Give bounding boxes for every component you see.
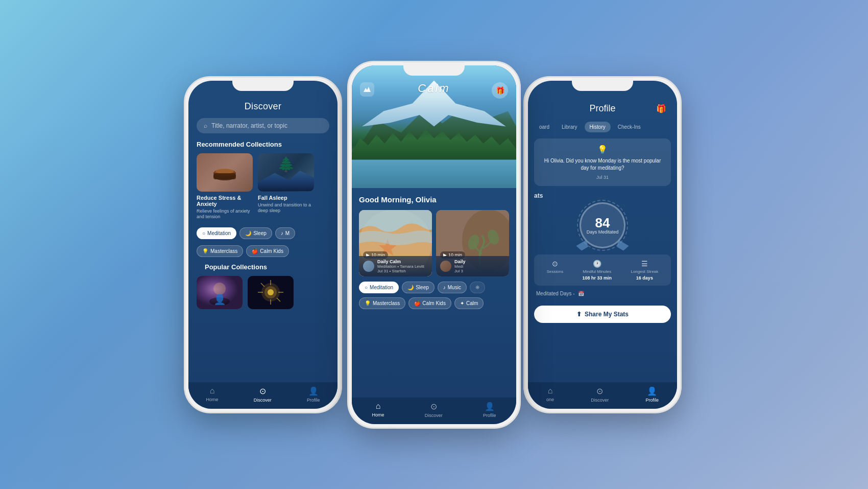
tip-date: Jul 31 [596, 175, 609, 180]
popular-card-1[interactable]: 👤 [197, 276, 243, 309]
notch-right [572, 78, 633, 91]
home-pill-calm2[interactable]: ✦ Calm [454, 297, 484, 309]
home-music-icon: ♪ [443, 285, 446, 290]
home-calmkids-label: Calm Kids [422, 300, 446, 306]
collection-card-stress[interactable]: Reduce Stress & Anxiety Relieve feelings… [197, 153, 253, 220]
popular-title: Popular Collections [197, 263, 329, 276]
discover-title: Discover [245, 101, 281, 111]
days-number: 84 [595, 216, 610, 229]
profile-nav-label-center: Profile [483, 413, 496, 418]
home-pill-meditation[interactable]: ○ Meditation [359, 282, 399, 293]
tab-history-label: History [590, 124, 606, 130]
tab-checkins-label: Check-Ins [618, 124, 641, 130]
meditated-days-row: Meditated Days - 📅 [534, 291, 671, 296]
pill-sleep[interactable]: 🌙 Sleep [239, 227, 272, 239]
session-1-title: Daily Calm [377, 259, 428, 264]
profile-tabs: oard Library History Check-Ins [528, 122, 677, 138]
category-pills-2: 💡 Masterclass 🍎 Calm Kids [188, 245, 337, 263]
home-pill-masterclass-2[interactable]: 💡 Masterclass [359, 297, 405, 309]
nav-discover-left[interactable]: ⊙ Discover [254, 386, 272, 403]
meditation-icon: ○ [202, 230, 205, 236]
profile-nav-icon-right: 👤 [647, 386, 657, 396]
session-2-date: Jul 3 [454, 269, 505, 273]
home-nav-bar: ⌂ Home ⊙ Discover 👤 Profile [352, 398, 516, 424]
popular-card-2[interactable] [248, 276, 294, 309]
collection-card-sleep[interactable]: 🌲 Fall Asleep Unwind and transition to a… [258, 153, 314, 220]
streak-icon: ☰ [641, 260, 648, 268]
lake [352, 157, 516, 188]
popular-img-1-svg: 👤 [197, 276, 243, 309]
calendar-icon: 📅 [578, 291, 584, 296]
home-pills-row1: ○ Meditation 🌙 Sleep ♪ Music ❋ [359, 282, 509, 293]
tab-library[interactable]: Library [557, 122, 583, 132]
pill-meditation-label: Meditation [207, 230, 231, 236]
streak-value: 16 days [636, 275, 653, 281]
session-2-text: Daily Medi Jul 3 [454, 259, 505, 273]
greeting-text: Good Morning, Olivia [359, 195, 509, 204]
meditated-days-text: Meditated Days - [536, 291, 575, 296]
home-calmkids-icon: 🍎 [414, 300, 420, 306]
nav-home-left[interactable]: ⌂ Home [206, 386, 219, 402]
days-meditated-badge: 84 Days Meditated [580, 202, 625, 248]
home-pill-calm[interactable]: ❋ [470, 282, 485, 293]
pill-meditation[interactable]: ○ Meditation [197, 227, 236, 239]
recommended-title: Recommended Collections [188, 141, 337, 153]
pill-music[interactable]: ♪ M [275, 227, 295, 239]
home-nav-icon: ⌂ [210, 386, 215, 395]
home-screen: Calm 🎁 Good Morning, Olivia [352, 65, 516, 424]
home-sleep-label: Sleep [416, 285, 429, 290]
nav-discover-center[interactable]: ⊙ Discover [425, 402, 443, 418]
discover-search-bar[interactable]: ⌕ Title, narrator, artist, or topic [197, 118, 329, 133]
nav-profile-right[interactable]: 👤 Profile [645, 386, 659, 403]
mountains-svg [364, 87, 371, 92]
share-icon: ⬆ [576, 311, 582, 318]
profile-nav-label-right: Profile [645, 398, 659, 403]
home-pill-sleep[interactable]: 🌙 Sleep [402, 282, 435, 293]
session-2-info: Daily Medi Jul 3 [436, 256, 509, 276]
pill-calmkids[interactable]: 🍎 Calm Kids [246, 245, 289, 257]
tip-card: 💡 Hi Olivia. Did you know Monday is the … [534, 138, 671, 186]
svg-point-12 [268, 289, 274, 295]
session-1-date: Jul 31 • Starfish [377, 269, 428, 273]
collection-cards: Reduce Stress & Anxiety Relieve feelings… [188, 153, 337, 227]
stats-section-label: ats [528, 192, 677, 199]
tab-dashboard[interactable]: oard [534, 122, 554, 132]
share-my-stats-button[interactable]: ⬆ Share My Stats [534, 306, 671, 323]
home-pill-music[interactable]: ♪ Music [438, 282, 467, 293]
nav-profile-center[interactable]: 👤 Profile [483, 402, 496, 418]
discover-nav-bar: ⌂ Home ⊙ Discover 👤 Profile [188, 382, 337, 409]
svg-marker-19 [364, 87, 371, 92]
session-card-2[interactable]: ▶ 10 min Daily Medi Jul 3 [436, 210, 509, 276]
home-nav-label-right: one [546, 397, 554, 402]
category-pills-1: ○ Meditation 🌙 Sleep ♪ M [188, 227, 337, 245]
clock-icon: 🕐 [593, 260, 601, 268]
nav-home-right[interactable]: ⌂ one [546, 386, 554, 402]
home-pill-calmkids-2[interactable]: 🍎 Calm Kids [408, 297, 451, 309]
tab-checkins[interactable]: Check-Ins [613, 122, 646, 132]
nav-home-center[interactable]: ⌂ Home [372, 402, 384, 417]
tab-history[interactable]: History [585, 122, 611, 132]
profile-gift-button[interactable]: 🎁 [654, 101, 669, 117]
nav-profile-left[interactable]: 👤 Profile [307, 386, 320, 403]
streak-label: Longest Streak [631, 269, 658, 274]
calmkids-icon: 🍎 [252, 248, 258, 254]
session-1-text: Daily Calm Meditation • Tamara Levitt Ju… [377, 259, 428, 273]
pill-masterclass[interactable]: 💡 Masterclass [197, 245, 243, 257]
tab-library-label: Library [562, 124, 577, 130]
sleep-card-image: 🌲 [258, 153, 314, 192]
svg-rect-4 [213, 173, 236, 179]
home-mountains-icon[interactable] [360, 82, 374, 97]
minutes-label: Mindful Minutes [583, 269, 611, 274]
stats-row: ⊙ Sessions 🕐 Mindful Minutes 108 hr 33 m… [534, 254, 671, 286]
svg-point-6 [213, 283, 226, 295]
svg-point-3 [215, 169, 234, 174]
session-2-avatar [440, 261, 451, 272]
days-label: Days Meditated [587, 229, 619, 235]
discover-nav-icon-right: ⊙ [596, 386, 603, 396]
home-masterclass-label: Masterclass [373, 300, 400, 306]
session-card-1[interactable]: ▶ 10 min Daily Calm Meditation • Tamara … [359, 210, 432, 276]
stress-card-desc: Relieve feelings of anxiety and tension [197, 208, 253, 220]
home-meditation-icon: ○ [365, 285, 368, 290]
home-gift-button[interactable]: 🎁 [492, 82, 508, 99]
nav-discover-right[interactable]: ⊙ Discover [591, 386, 609, 403]
